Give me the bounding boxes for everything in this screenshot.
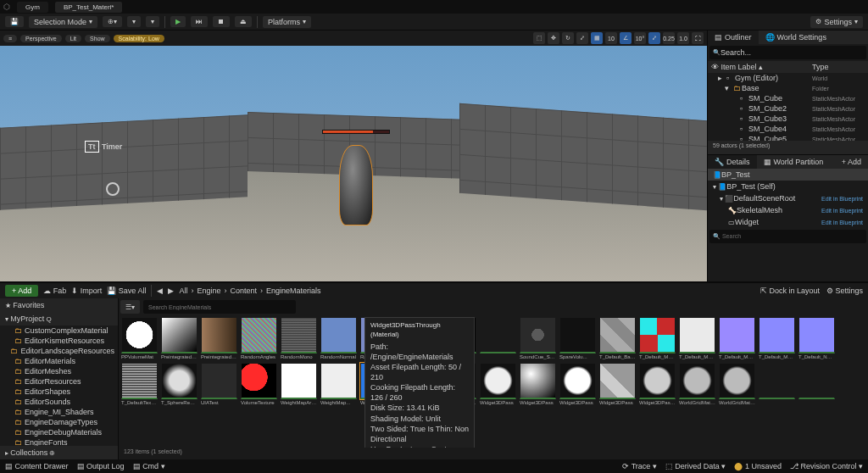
cb-search-input[interactable] xyxy=(143,300,296,314)
details-root[interactable]: ▾ ⬛ DefaultSceneRootEdit in Blueprint xyxy=(708,192,868,204)
cb-folder-item[interactable]: 🗀 EditorKismetResources xyxy=(0,336,118,346)
cb-folder-item[interactable]: 🗀 Engine_MI_Shaders xyxy=(0,407,118,417)
cb-folder-item[interactable]: 🗀 EngineDebugMaterials xyxy=(0,427,118,437)
cb-folder-item[interactable]: 🗀 EditorResources xyxy=(0,376,118,387)
outliner-row[interactable]: ▾🗀BaseFolder xyxy=(708,83,868,93)
viewport-options-button[interactable]: ≡ xyxy=(3,35,17,42)
cb-folder-item[interactable]: 🗀 EditorMaterials xyxy=(0,356,118,366)
asset-grid[interactable]: Widget3DPassThrough (Material) Path: /En… xyxy=(119,315,868,448)
asset-tile[interactable]: WeightMap... xyxy=(320,363,358,405)
add-actor-button[interactable]: ⊕▾ xyxy=(103,16,122,27)
asset-tile[interactable]: T_Default_BaseColor xyxy=(598,317,637,359)
asset-tile[interactable]: T_DefaultTexture_P xyxy=(120,363,159,405)
outliner-search[interactable]: 🔍 Search... xyxy=(709,46,866,59)
asset-tile[interactable]: T_Default_Normal xyxy=(798,317,836,359)
world-settings-tab[interactable]: 🌐 World Settings xyxy=(759,31,833,44)
cb-nav-fwd[interactable]: ▶ xyxy=(168,287,174,295)
maximize-icon[interactable]: ⛶ xyxy=(692,32,704,44)
snap-grid-value[interactable]: 10 xyxy=(605,32,617,44)
settings-dropdown[interactable]: ⚙ Settings ▾ xyxy=(810,16,863,28)
cb-folder-item[interactable]: 🗀 EditorLandscapeResources xyxy=(0,346,118,356)
stop-button[interactable]: ⏹ xyxy=(213,16,230,27)
asset-tile[interactable]: Widget3DPass xyxy=(479,363,517,405)
outliner-row[interactable]: ▫SM_Cube5StaticMeshActor xyxy=(708,134,868,141)
asset-tile[interactable]: T_Default_Mat... xyxy=(638,317,676,359)
blueprints-button[interactable]: ▾ xyxy=(127,16,141,27)
cb-favorites-section[interactable]: ★ Favorites xyxy=(0,298,118,312)
perspective-dropdown[interactable]: Perspective xyxy=(20,35,62,42)
asset-tile[interactable]: RandomAngles xyxy=(240,317,278,359)
cb-folder-item[interactable]: 🗀 EditorSounds xyxy=(0,397,118,407)
cam-speed-value[interactable]: 0.25 xyxy=(663,32,675,44)
lit-dropdown[interactable]: Lit xyxy=(65,35,81,42)
derived-data-button[interactable]: ⬚ Derived Data ▾ xyxy=(665,462,726,470)
snap-angle-toggle[interactable]: ∠ xyxy=(620,32,632,44)
asset-tile[interactable] xyxy=(479,317,517,359)
breadcrumb-item[interactable]: EngineMaterials xyxy=(266,287,321,295)
viewport-3d[interactable]: Tt Timer xyxy=(0,46,707,281)
cb-myproject-section[interactable]: ▾ MyProject Q xyxy=(0,312,118,326)
asset-tile[interactable]: T_Default_Materi... xyxy=(678,317,716,359)
outliner-row[interactable]: ▫SM_Cube3StaticMeshActor xyxy=(708,114,868,124)
cam-value[interactable]: 1.0 xyxy=(677,32,689,44)
breadcrumb-item[interactable]: Content xyxy=(230,287,257,295)
cb-folder-tree[interactable]: 🗀 CustomComplexMaterial🗀 EditorKismetRes… xyxy=(0,326,118,446)
cmd-input[interactable]: ▤ Cmd ▾ xyxy=(133,462,165,470)
platforms-dropdown[interactable]: Platforms ▾ xyxy=(263,16,311,28)
output-log-button[interactable]: ▤ Output Log xyxy=(77,462,125,470)
transform-scale-icon[interactable]: ⤢ xyxy=(576,32,588,44)
cb-filter-button[interactable]: ☰▾ xyxy=(120,300,140,314)
cb-folder-item[interactable]: 🗀 EditorMeshes xyxy=(0,366,118,376)
breadcrumb-item[interactable]: All xyxy=(179,287,187,295)
cb-folder-item[interactable]: 🗀 EditorShapes xyxy=(0,387,118,397)
character-mannequin[interactable] xyxy=(339,145,373,225)
snap-scale-toggle[interactable]: ⤢ xyxy=(648,32,660,44)
save-button[interactable]: 💾 xyxy=(5,16,24,27)
asset-tile[interactable]: VolumeTexture xyxy=(240,363,278,405)
show-dropdown[interactable]: Show xyxy=(85,35,110,42)
add-component-button[interactable]: + Add xyxy=(835,155,868,169)
play-button[interactable]: ▶ xyxy=(170,16,186,27)
asset-tile[interactable]: Widget3DPass... xyxy=(638,363,676,405)
transform-select-icon[interactable]: ⬚ xyxy=(533,32,545,44)
asset-tile[interactable]: PreintegratedSk... xyxy=(160,317,198,359)
details-self[interactable]: ▾ 📘 BP_Test (Self) xyxy=(708,181,868,192)
details-tab[interactable]: 🔧 Details xyxy=(708,155,757,169)
asset-tile[interactable]: Widget3DPass xyxy=(598,363,637,405)
outliner-tree[interactable]: ▸▫Gym (Editor)World▾🗀BaseFolder▫SM_CubeS… xyxy=(708,73,868,141)
asset-tile[interactable]: WorldGridMate... xyxy=(718,363,756,405)
snap-angle-value[interactable]: 10° xyxy=(634,32,646,44)
selection-mode-dropdown[interactable]: Selection Mode ▾ xyxy=(29,16,97,28)
asset-tile[interactable]: T_Default_Materi... xyxy=(758,317,796,359)
world-partition-tab[interactable]: ▦ World Partition xyxy=(757,155,831,169)
asset-tile[interactable]: PreintegratedSk... xyxy=(200,317,238,359)
outliner-row[interactable]: ▫SM_Cube2StaticMeshActor xyxy=(708,103,868,114)
cinematics-button[interactable]: ▾ xyxy=(146,16,159,27)
breadcrumb-item[interactable]: Engine xyxy=(197,287,220,295)
asset-tile[interactable]: WorldGridMaterial xyxy=(678,363,716,405)
eject-button[interactable]: ⏏ xyxy=(235,16,252,27)
asset-tab[interactable]: BP_Test_Materi* xyxy=(55,2,123,13)
asset-tile[interactable]: RandomNormal xyxy=(320,317,358,359)
outliner-row[interactable]: ▫SM_CubeStaticMeshActor xyxy=(708,93,868,103)
cb-nav-back[interactable]: ◀ xyxy=(157,287,163,295)
cb-dock-button[interactable]: ⇱ Dock in Layout xyxy=(760,287,820,295)
asset-tile[interactable]: RandomMono xyxy=(280,317,318,359)
breadcrumb[interactable]: All›Engine›Content›EngineMaterials xyxy=(179,287,320,295)
outliner-row[interactable]: ▫SM_Cube4StaticMeshActor xyxy=(708,124,868,134)
cb-save-all-button[interactable]: 💾 Save All xyxy=(107,287,146,295)
cb-folder-item[interactable]: 🗀 CustomComplexMaterial xyxy=(0,326,118,336)
cb-settings-button[interactable]: ⚙ Settings xyxy=(826,287,863,295)
revision-control-button[interactable]: ⎇ Revision Control ▾ xyxy=(790,462,863,470)
asset-tile[interactable]: SpareVolu... xyxy=(559,317,597,359)
details-widget[interactable]: ▭ WidgetEdit in Blueprint xyxy=(708,216,868,228)
asset-tile[interactable] xyxy=(758,363,796,405)
cb-import-button[interactable]: ⬇ Import xyxy=(71,287,102,295)
asset-tile[interactable]: WeightMapArray xyxy=(280,363,318,405)
outliner-tab[interactable]: ▤ Outliner xyxy=(708,31,759,44)
cb-collections-section[interactable]: ▸ Collections ⊕ xyxy=(0,446,118,459)
asset-tile[interactable]: UIATest xyxy=(200,363,238,405)
details-actor-name[interactable]: 📘 BP_Test xyxy=(708,169,868,181)
asset-tile[interactable] xyxy=(798,363,836,405)
skip-button[interactable]: ⏭ xyxy=(191,16,208,27)
